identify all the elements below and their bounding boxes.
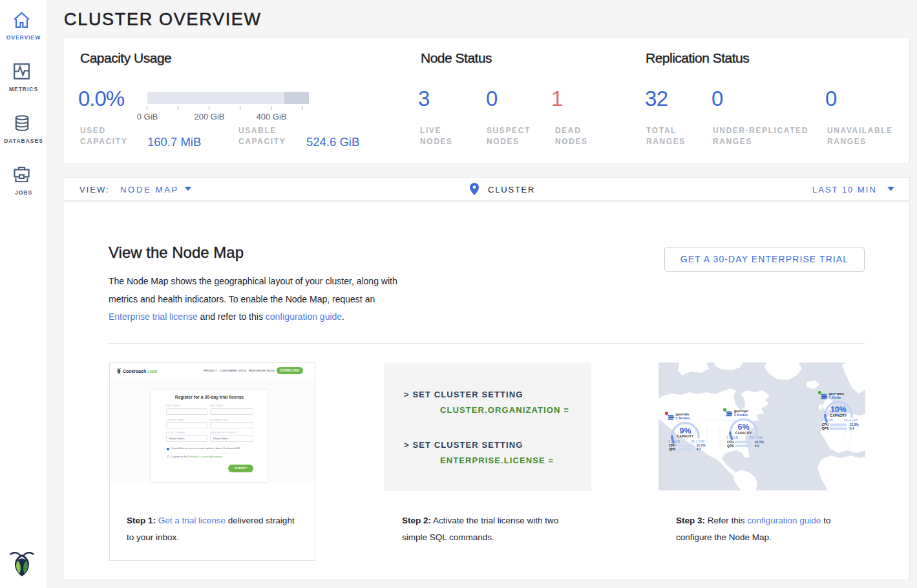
- svg-text:35.1 GiB: 35.1 GiB: [691, 439, 704, 443]
- svg-text:CAPACITY: CAPACITY: [735, 432, 752, 435]
- svg-text:0.0: 0.0: [755, 444, 759, 448]
- svg-text:3.6 GiB: 3.6 GiB: [821, 418, 833, 422]
- svg-text:10%: 10%: [830, 405, 847, 414]
- svg-text:QPS: QPS: [727, 444, 734, 448]
- svg-text:0.4: 0.4: [850, 426, 854, 430]
- svg-text:36.4 GiB: 36.4 GiB: [844, 418, 858, 422]
- svg-text:QPS: QPS: [669, 447, 676, 451]
- svg-text:9%: 9%: [679, 426, 691, 436]
- svg-text:3.7 GiB: 3.7 GiB: [726, 436, 738, 439]
- svg-text:CAPACITY: CAPACITY: [830, 414, 847, 417]
- svg-text:2 Nodes: 2 Nodes: [734, 413, 748, 417]
- svg-text:2 Nodes: 2 Nodes: [676, 416, 690, 420]
- svg-text:3.2 GiB: 3.2 GiB: [668, 439, 680, 443]
- svg-text:4.7: 4.7: [697, 447, 701, 451]
- svg-text:1 Node: 1 Node: [829, 395, 841, 399]
- svg-text:6%: 6%: [738, 423, 750, 432]
- svg-text:QPS: QPS: [822, 426, 829, 430]
- svg-text:43.7 GiB: 43.7 GiB: [749, 436, 763, 439]
- svg-text:CAPACITY: CAPACITY: [677, 435, 694, 438]
